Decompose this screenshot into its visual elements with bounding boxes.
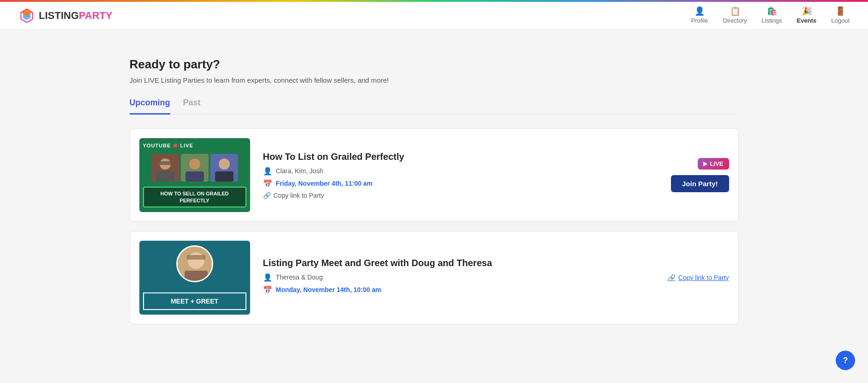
- logo-icon: [18, 7, 35, 24]
- link-icon-1: 🔗: [263, 192, 271, 199]
- event-actions-1: LIVE Join Party!: [671, 158, 729, 192]
- meet-person-avatar: [176, 245, 213, 282]
- event-hosts-1: 👤 Clara, Kim, Josh: [263, 167, 662, 176]
- link-icon-2: 🔗: [668, 274, 676, 281]
- header: LISTINGPARTY 👤 Profile 📋 Directory 🛍️ Li…: [0, 2, 868, 30]
- help-button[interactable]: ?: [836, 351, 855, 352]
- event-thumbnail-1: YOUTUBE LIVE: [139, 138, 250, 212]
- event-card-2: MEET + GREET Listing Party Meet and Gree…: [130, 231, 739, 324]
- person-icon-1: 👤: [263, 167, 272, 176]
- live-dot: [174, 144, 177, 147]
- svg-rect-15: [185, 271, 208, 282]
- event-date-meta-1: 📅 Friday, November 4th, 11:00 am: [263, 179, 662, 188]
- main-nav: 👤 Profile 📋 Directory 🛍️ Listings 🎉 Even…: [691, 7, 850, 24]
- events-icon: 🎉: [802, 7, 812, 15]
- event-info-1: How To List on Grailed Perfectly 👤 Clara…: [263, 152, 662, 199]
- copy-link-2[interactable]: 🔗 Copy link to Party: [668, 274, 729, 281]
- profile-icon: 👤: [694, 7, 705, 15]
- copy-link-1[interactable]: 🔗 Copy link to Party: [263, 192, 662, 199]
- event-thumbnail-2: MEET + GREET: [139, 241, 250, 315]
- svg-rect-12: [215, 171, 233, 182]
- directory-icon: 📋: [730, 7, 740, 15]
- avatar-1: [151, 154, 179, 182]
- meet-person-area: [143, 245, 246, 282]
- thumb-title-2: MEET + GREET: [143, 292, 246, 310]
- event-card-1: YOUTUBE LIVE: [130, 128, 739, 222]
- logo-text: LISTINGPARTY: [39, 10, 113, 22]
- logout-icon: 🚪: [835, 7, 845, 15]
- svg-rect-5: [156, 171, 174, 182]
- nav-events[interactable]: 🎉 Events: [797, 7, 817, 24]
- calendar-icon-1: 📅: [263, 179, 272, 188]
- svg-rect-9: [186, 171, 204, 182]
- nav-logout[interactable]: 🚪 Logout: [831, 7, 850, 24]
- svg-rect-16: [187, 255, 205, 260]
- event-actions-2: 🔗 Copy link to Party: [668, 274, 729, 281]
- thumb-avatars: [151, 154, 238, 182]
- event-date-meta-2: 📅 Monday, November 14th, 10:00 am: [263, 286, 658, 294]
- tab-upcoming[interactable]: Upcoming: [130, 98, 170, 115]
- event-hosts-2: 👤 Theresa & Doug: [263, 273, 658, 282]
- event-title-2: Listing Party Meet and Greet with Doug a…: [263, 258, 658, 268]
- avatar-2: [181, 154, 209, 182]
- tabs: Upcoming Past: [130, 98, 739, 115]
- logo[interactable]: LISTINGPARTY: [18, 7, 113, 24]
- join-party-button-1[interactable]: Join Party!: [671, 175, 729, 192]
- avatar-3: [210, 154, 238, 182]
- live-badge: LIVE: [698, 158, 729, 170]
- listings-icon: 🛍️: [767, 7, 777, 15]
- svg-point-11: [219, 158, 230, 170]
- nav-directory[interactable]: 📋 Directory: [723, 7, 747, 24]
- nav-profile[interactable]: 👤 Profile: [691, 7, 708, 24]
- main-content: Ready to party? Join LIVE Listing Partie…: [111, 30, 757, 352]
- svg-point-14: [188, 252, 204, 269]
- svg-point-8: [189, 158, 200, 170]
- event-info-2: Listing Party Meet and Greet with Doug a…: [263, 258, 658, 298]
- nav-listings[interactable]: 🛍️ Listings: [762, 7, 782, 24]
- svg-marker-2: [21, 9, 32, 15]
- person-icon-2: 👤: [263, 273, 272, 282]
- calendar-icon-2: 📅: [263, 286, 272, 294]
- thumb-title-1: HOW TO SELL ON GRAILED PERFECTLY: [143, 187, 246, 207]
- play-icon: [703, 162, 707, 166]
- svg-rect-6: [160, 161, 171, 165]
- page-subtitle: Join LIVE Listing Parties to learn from …: [130, 76, 739, 84]
- yt-header: YOUTUBE LIVE: [143, 143, 193, 148]
- page-title: Ready to party?: [130, 57, 739, 72]
- tab-past[interactable]: Past: [183, 98, 201, 115]
- event-title-1: How To List on Grailed Perfectly: [263, 152, 662, 162]
